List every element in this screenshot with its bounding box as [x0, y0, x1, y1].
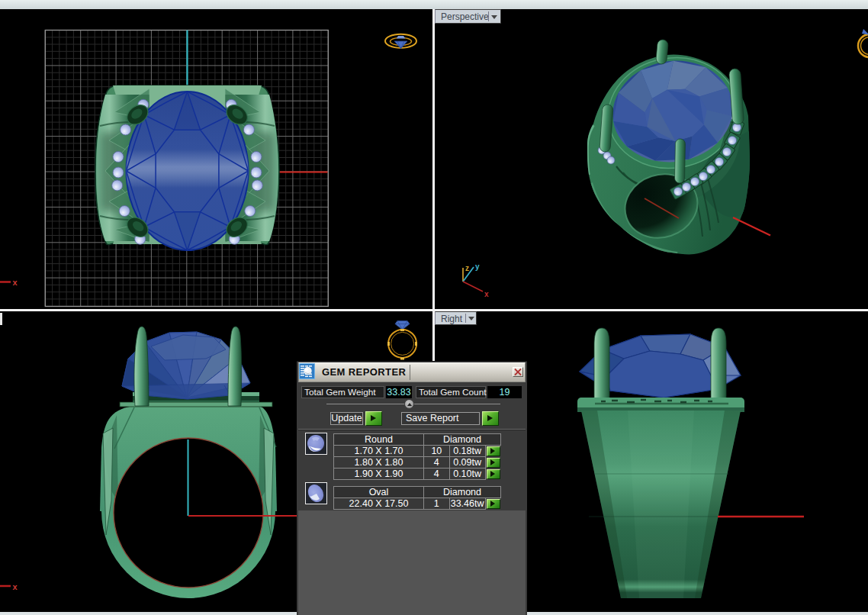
svg-text:x: x	[484, 290, 489, 298]
svg-text:x: x	[13, 582, 18, 591]
svg-text:z: z	[465, 264, 469, 272]
svg-text:y: y	[475, 262, 480, 271]
svg-text:x: x	[13, 278, 18, 287]
